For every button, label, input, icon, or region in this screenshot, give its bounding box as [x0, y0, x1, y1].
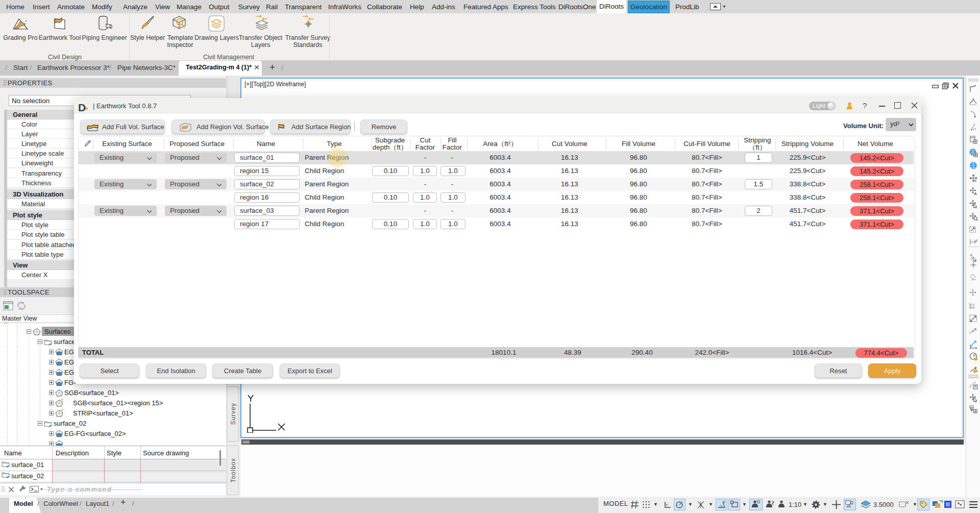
- svg-text:A: A: [974, 191, 977, 196]
- svg-text:#: #: [974, 179, 976, 183]
